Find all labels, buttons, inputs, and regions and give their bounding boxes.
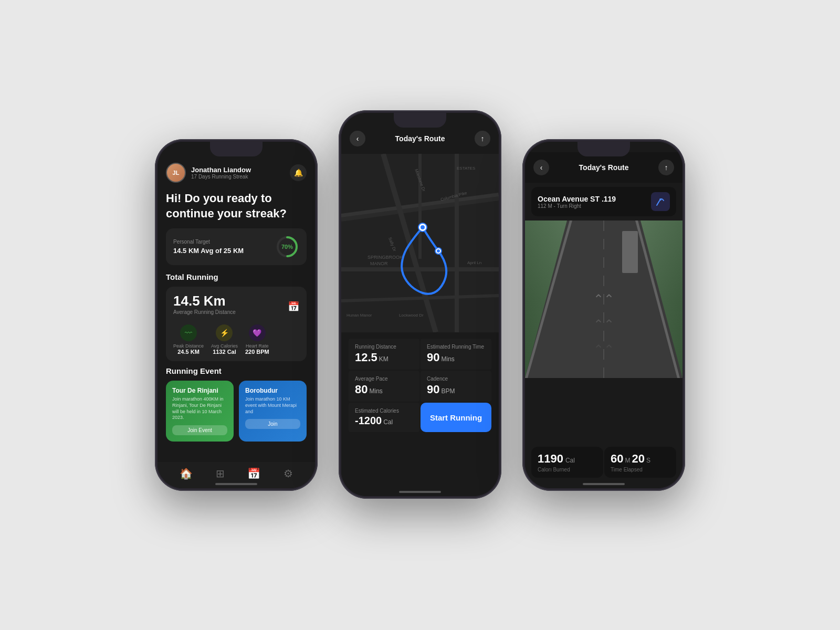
time-elapsed-card: 60 M 20 S Time Elapsed [604,447,676,478]
join-event-btn[interactable]: Join Event [172,425,227,435]
progress-ring: 70% [275,235,299,259]
event-rinjani: Tour De Rinjani Join marathon 400KM in R… [166,381,234,442]
heart-icon: 💜 [249,324,266,341]
user-streak: 17 Days Running Streak [191,174,290,180]
home-indicator-2 [399,491,441,493]
estimated-time-cell: Estimated Running Time 90 Mins [421,339,491,370]
svg-text:ESTATES: ESTATES [457,166,475,171]
notch-3 [578,142,630,156]
calories-icon: ⚡ [216,324,233,341]
average-pace-cell: Average Pace 80 Mins [349,371,419,402]
heart-rate-stat: 💜 Heart Rate 220 BPM [245,324,269,355]
peak-distance-stat: 〰 Peak Distance 24.5 KM [173,324,204,355]
svg-text:Lockwood Dr: Lockwood Dr [399,313,424,318]
p3-route-title: Today's Route [579,163,629,172]
svg-text:SPRINGBROOK: SPRINGBROOK [368,255,403,260]
personal-target-card: Personal Target 14.5 KM Avg of 25 KM 70% [166,228,307,265]
nav-activity[interactable]: ⊞ [216,467,225,480]
road-view: ⌃⌃ ⌃⌃ ⌃⌃ [525,220,682,378]
svg-point-13 [437,249,440,253]
phone-1: JL Jonathan Liandow 17 Days Running Stre… [155,139,318,491]
greeting-text: Hi! Do you ready to continue your streak… [166,191,307,221]
svg-text:Hunan Manor: Hunan Manor [346,313,372,318]
progress-percent: 70% [281,244,293,250]
running-event-title: Running Event [166,366,307,375]
calendar-icon[interactable]: 📅 [288,301,299,312]
event-borobudur: Borobudur Join marathon 10 KM event with… [239,381,307,442]
avg-calories-stat: ⚡ Avg Calories 1132 Cal [211,324,238,355]
street-name: Ocean Avenue ST .119 [538,195,616,203]
target-value: 14.5 KM Avg of 25 KM [173,247,244,255]
arrow-1: ⌃⌃ [593,292,614,307]
calories-burned-card: 1190 Cal Calorı Burned [531,447,603,478]
arrow-3: ⌃⌃ [593,342,614,357]
start-running-button[interactable]: Start Running [421,403,491,432]
svg-point-11 [421,225,425,229]
nav-settings[interactable]: ⚙ [284,467,293,480]
peak-icon: 〰 [180,324,197,341]
notch-2 [394,113,446,128]
bottom-stats: 1190 Cal Calorı Burned 60 M 20 S Time El… [525,447,682,488]
route-icon [651,192,670,211]
route-map[interactable]: SPRINGBROOK MANOR Columbia Pike Lockwood… [341,154,499,332]
target-label: Personal Target [173,239,244,245]
direction-arrows: ⌃⌃ ⌃⌃ ⌃⌃ [593,292,614,357]
svg-text:MANOR: MANOR [370,261,388,266]
nav-calendar[interactable]: 📅 [247,467,260,480]
avatar: JL [166,163,186,183]
p3-back-button[interactable]: ‹ [533,160,549,175]
street-direction: 112 M - Turn Right [538,203,616,209]
home-indicator [215,483,257,485]
phone-2: ‹ Today's Route ↑ [339,110,501,499]
share-button[interactable]: ↑ [475,131,490,146]
total-running-title: Total Running [166,272,307,281]
arrow-2: ⌃⌃ [593,317,614,332]
home-indicator-3 [583,483,625,485]
svg-text:April Ln: April Ln [467,260,481,265]
phone-3: ‹ Today's Route ↑ Ocean Avenue ST .119 1… [522,139,685,491]
notch [210,142,262,156]
estimated-calories-cell: Estimated Calories -1200 Cal [349,403,419,432]
join-borobudur-btn[interactable]: Join [245,419,300,429]
back-button[interactable]: ‹ [350,131,365,146]
cadence-cell: Cadence 90 BPM [421,371,491,402]
p3-share-button[interactable]: ↑ [658,160,674,175]
nav-home[interactable]: 🏠 [180,467,193,480]
running-sub: Average Running Distance [173,309,236,315]
svg-point-23 [659,198,662,201]
street-card: Ocean Avenue ST .119 112 M - Turn Right [531,187,676,216]
running-distance-cell: Running Distance 12.5 KM [349,339,419,370]
route-title: Today's Route [395,134,445,143]
notification-bell[interactable]: 🔔 [290,164,307,181]
running-km: 14.5 Km [173,293,236,309]
running-stats-card: 14.5 Km Average Running Distance 📅 〰 Pea… [166,287,307,361]
user-name: Jonathan Liandow [191,166,290,174]
stats-panel: Running Distance 12.5 KM Estimated Runni… [341,332,499,438]
